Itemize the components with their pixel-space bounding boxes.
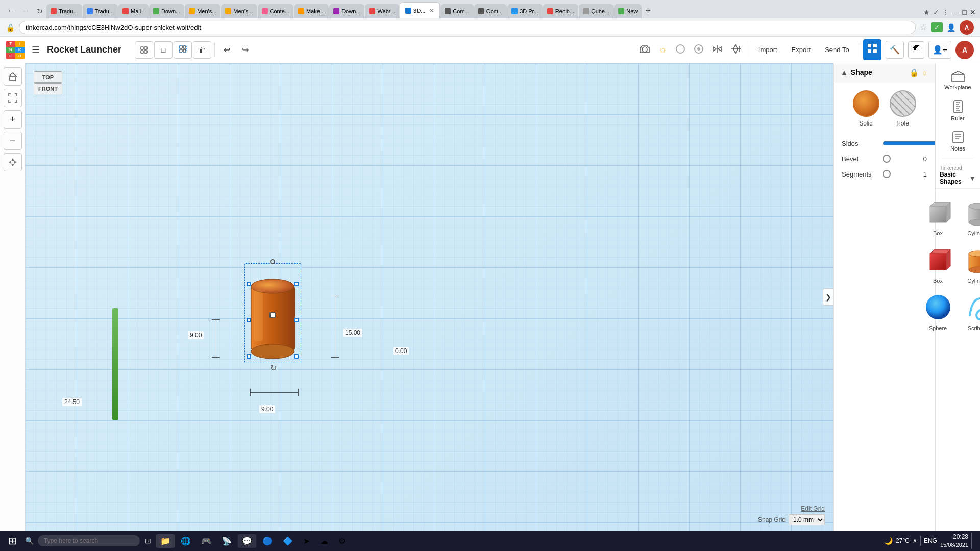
- shape-mode-button[interactable]: [672, 41, 689, 59]
- bulb-icon-button[interactable]: ☼: [921, 68, 928, 77]
- taskbar-search[interactable]: [38, 535, 140, 546]
- show-hidden-icons[interactable]: ∧: [913, 537, 917, 544]
- rotate-handle-bottom[interactable]: ↻: [270, 363, 277, 373]
- tab-make[interactable]: Make...: [294, 4, 329, 18]
- taskbar-skype[interactable]: ☁: [316, 534, 332, 548]
- center-handle[interactable]: [270, 312, 276, 318]
- tab-close-icon[interactable]: ✕: [429, 7, 434, 14]
- taskbar-arrow[interactable]: ➤: [299, 534, 314, 548]
- add-person-button[interactable]: 👤+: [928, 41, 951, 59]
- search-button[interactable]: 🔍: [23, 535, 36, 547]
- shape-mode-2-button[interactable]: [691, 41, 707, 59]
- taskbar-zoom[interactable]: 🔵: [258, 534, 277, 548]
- 3d-object-cylinder[interactable]: ↻: [249, 267, 297, 359]
- back-button[interactable]: ←: [4, 4, 18, 17]
- send-to-button[interactable]: Send To: [820, 43, 854, 57]
- handle-bl[interactable]: [247, 354, 251, 359]
- shape-item-box-gray[interactable]: Box: [920, 194, 957, 238]
- zoom-out-button[interactable]: −: [4, 132, 22, 150]
- menu-icon-button[interactable]: ☰: [30, 42, 42, 58]
- import-button[interactable]: Import: [753, 43, 782, 57]
- export-button[interactable]: Export: [787, 43, 816, 57]
- fit-view-button[interactable]: [4, 89, 22, 107]
- minimize-button[interactable]: —: [952, 8, 960, 16]
- tab-mens-2[interactable]: Men's...: [221, 4, 257, 18]
- task-view-button[interactable]: ⊡: [142, 535, 154, 547]
- tab-new[interactable]: New: [614, 4, 642, 18]
- shape-item-cylinder-gray[interactable]: Cylinder: [960, 194, 981, 238]
- new-tab-button[interactable]: +: [642, 6, 654, 16]
- rotate-handle-top[interactable]: [270, 259, 275, 264]
- tab-download-1[interactable]: Down...: [149, 4, 184, 18]
- taskbar-edge[interactable]: 🔷: [279, 534, 297, 548]
- handle-br[interactable]: [294, 354, 299, 359]
- tab-webr[interactable]: Webr...: [365, 4, 399, 18]
- undo-button[interactable]: ↩: [218, 41, 235, 59]
- group-button[interactable]: [174, 41, 192, 59]
- shape-item-box-red[interactable]: Box: [920, 241, 957, 286]
- bookmark-star-icon[interactable]: ☆: [920, 22, 927, 32]
- bevel-radio[interactable]: [883, 155, 891, 163]
- notes-button[interactable]: Notes: [937, 127, 979, 156]
- taskbar-browser[interactable]: 🌐: [177, 534, 195, 548]
- profile-btn[interactable]: 👤: [947, 23, 955, 32]
- tab-com-1[interactable]: Com...: [440, 4, 473, 18]
- collapse-shape-button[interactable]: ▲: [841, 68, 848, 77]
- zoom-in-button[interactable]: +: [4, 110, 22, 129]
- tab-com-2[interactable]: Com...: [474, 4, 507, 18]
- hammer-button[interactable]: 🔨: [886, 41, 904, 59]
- handle-tl[interactable]: [247, 282, 251, 286]
- site-info-icon[interactable]: 🔒: [6, 23, 15, 32]
- show-desktop-button[interactable]: [971, 533, 976, 549]
- tab-3d-active[interactable]: 3D... ✕: [400, 2, 440, 18]
- segments-radio[interactable]: [883, 170, 891, 178]
- tab-tradukka-2[interactable]: Tradu...: [83, 4, 118, 18]
- browser-bookmark-button[interactable]: ★: [923, 8, 930, 16]
- user-avatar-btn[interactable]: A: [960, 20, 974, 35]
- taskbar-steam[interactable]: 🎮: [197, 534, 215, 548]
- tab-download-2[interactable]: Down...: [329, 4, 364, 18]
- library-dropdown-button[interactable]: ▼: [969, 174, 976, 182]
- tinkercad-logo[interactable]: T I N K E R: [6, 41, 24, 59]
- shape-item-cylinder-orange[interactable]: Cylinder: [960, 241, 981, 286]
- delete-button[interactable]: 🗑: [193, 41, 211, 59]
- maximize-button[interactable]: □: [963, 8, 967, 16]
- browser-settings-button[interactable]: ⋮: [942, 8, 949, 16]
- tab-mens-1[interactable]: Men's...: [185, 4, 220, 18]
- ruler-button[interactable]: Ruler: [937, 95, 979, 126]
- tab-3dpr[interactable]: 3D Pr...: [507, 4, 543, 18]
- camera-button[interactable]: [636, 41, 653, 59]
- tab-recib[interactable]: Recib...: [543, 4, 578, 18]
- taskbar-file-explorer[interactable]: 📁: [156, 534, 175, 548]
- taskbar-moon-icon[interactable]: 🌙: [884, 537, 893, 545]
- lock-icon-button[interactable]: 🔒: [910, 68, 918, 77]
- redo-button[interactable]: ↪: [236, 41, 254, 59]
- browser-extension-button[interactable]: ✓: [933, 8, 939, 16]
- tab-tradukka-1[interactable]: Tradu...: [46, 4, 82, 18]
- add-shape-button[interactable]: [135, 41, 153, 59]
- start-button[interactable]: ⊞: [4, 533, 21, 549]
- edit-grid-label[interactable]: Edit Grid: [801, 505, 825, 512]
- reload-button[interactable]: ↻: [34, 5, 46, 17]
- hole-type-button[interactable]: Hole: [890, 90, 916, 127]
- tab-mail[interactable]: Mail -: [118, 4, 149, 18]
- taskbar-discord[interactable]: 💬: [238, 534, 256, 548]
- snap-grid-select[interactable]: 1.0 mm 0.5 mm 2.0 mm: [789, 514, 825, 525]
- grid-view-button[interactable]: [863, 39, 881, 60]
- shape-item-sphere-blue[interactable]: Sphere: [920, 289, 957, 333]
- tab-conte[interactable]: Conte...: [258, 4, 294, 18]
- browser-ext-check[interactable]: ✓: [931, 22, 943, 32]
- light-button[interactable]: ☼: [655, 41, 670, 58]
- taskbar-radio[interactable]: 📡: [217, 534, 236, 548]
- tab-qube[interactable]: Qube...: [579, 4, 614, 18]
- expand-panel-button[interactable]: ❯: [823, 288, 833, 306]
- projects-button[interactable]: 🗐: [908, 41, 924, 59]
- user-avatar[interactable]: A: [955, 41, 974, 59]
- viewport[interactable]: TOP FRONT 9.00 15.00 0.00: [26, 63, 833, 531]
- copy-button[interactable]: □: [154, 41, 173, 59]
- align-button[interactable]: [727, 41, 745, 59]
- workplane-button[interactable]: Workplane: [937, 66, 979, 94]
- forward-button[interactable]: →: [19, 4, 33, 17]
- handle-tr[interactable]: [294, 282, 299, 286]
- mirror-button[interactable]: [709, 41, 725, 59]
